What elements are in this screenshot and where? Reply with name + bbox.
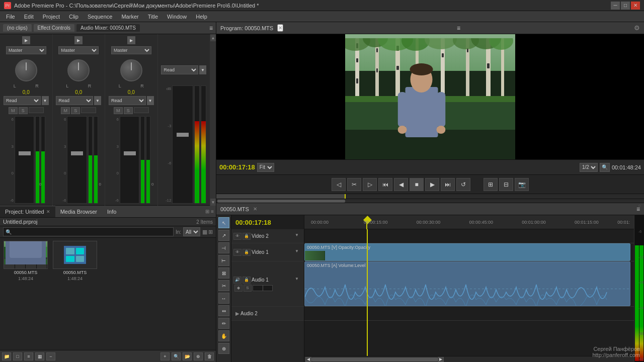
monitor-tab-close[interactable]: ✕ [277,24,283,32]
transport-prev-mark[interactable]: ⏮ [378,178,392,191]
menu-window[interactable]: Window [163,13,191,21]
tool-ripple[interactable]: ⊣ [218,242,229,253]
close-button[interactable]: ✕ [631,2,640,10]
channel1-fader-track[interactable] [15,116,34,204]
audio1-speaker-btn[interactable]: 🔊 [233,277,242,284]
channel2-knob[interactable] [67,59,90,81]
tool-razor[interactable]: ✂ [218,280,229,291]
pb-magnify[interactable]: ⊕ [194,352,203,360]
transport-cut[interactable]: ✂ [347,178,361,191]
channel2-fader-track[interactable] [67,116,87,204]
channel2-read-arrow[interactable]: ▼ [94,96,101,105]
transport-insert[interactable]: ⊞ [484,178,498,191]
project-panel-btn1[interactable]: ⊞ [205,209,209,214]
transport-snapshot[interactable]: 📷 [515,178,529,191]
menu-file[interactable]: File [2,13,19,21]
master-fader-knob[interactable] [177,133,189,137]
channel1-fader-knob[interactable] [19,151,31,155]
tl-scroll-left[interactable]: ◀ [305,357,311,362]
tool-select[interactable]: ↖ [218,217,229,228]
master-read-arrow[interactable]: ▼ [199,65,206,74]
channel2-read-select[interactable]: Read [56,96,93,105]
video2-eye-btn[interactable]: 👁 [233,233,242,240]
channel3-read-arrow[interactable]: ▼ [147,96,154,105]
monitor-settings-icon[interactable]: ⚙ [634,24,640,32]
transport-next-mark[interactable]: ⏭ [441,178,455,191]
tool-roll[interactable]: ⊢ [218,255,229,266]
monitor-timeline-playhead[interactable] [345,194,346,199]
menu-clip[interactable]: Clip [65,13,83,21]
search-input[interactable] [3,227,174,236]
channel1-m-btn[interactable]: M [9,107,18,114]
monitor-zoom-icon[interactable]: 🔍 [600,163,610,172]
channel2-master-select[interactable]: Master [58,46,99,54]
channel1-read-arrow[interactable]: ▼ [42,96,49,105]
channel3-m-btn[interactable]: M [114,107,123,114]
video1-lock-btn[interactable]: 🔒 [243,249,251,256]
mixer-scroll-thumb[interactable] [210,41,216,199]
project-tab-close[interactable]: ✕ [46,209,50,214]
channel3-s-btn[interactable]: S [124,107,133,114]
tl-scroll-right[interactable]: ▶ [438,357,444,362]
channel3-fader-track[interactable] [120,116,139,204]
channel2-play-btn[interactable]: ▶ [74,36,83,44]
tl-scrollbar-thumb[interactable] [311,357,438,361]
panel-menu-icon[interactable]: ≡ [209,25,213,32]
tab-project[interactable]: Project: Untitled ✕ [0,206,55,217]
tab-info[interactable]: Info [102,206,121,217]
master-read-select[interactable]: Read [161,65,198,74]
monitor-fit-select[interactable]: Fit [257,163,274,172]
mixer-scroll-up[interactable]: ▲ [210,34,216,41]
pb-icon[interactable]: ▦ [35,352,44,360]
channel3-read-select[interactable]: Read [109,96,146,105]
video1-eye-btn[interactable]: 👁 [233,249,242,256]
video2-toggle[interactable]: ▼ [295,233,302,240]
tab-effect-controls[interactable]: Effect Controls [34,24,74,32]
tab-audio-mixer[interactable]: Audio Mixer: 00050.MTS [76,24,140,32]
pb-list[interactable]: ≡ [24,352,33,360]
channel3-master-select[interactable]: Master [111,46,151,54]
video1-clip[interactable]: 00050.MTS [V] Opacity:Opacity [304,243,630,261]
transport-loop[interactable]: ↺ [456,178,470,191]
mixer-scroll-down[interactable]: ▼ [210,199,216,206]
tool-track-select[interactable]: ↗ [218,230,229,241]
audio1-lock-btn[interactable]: 🔒 [243,277,251,284]
monitor-timeline-progress[interactable] [216,194,345,199]
menu-sequence[interactable]: Sequence [84,13,117,21]
audio1-toggle[interactable]: ▼ [295,277,302,284]
tab-source[interactable]: (no clips) [3,24,32,32]
audio1-keyframe-btn[interactable]: ◆ [234,285,243,292]
pb-zoom-in[interactable]: + [160,352,170,360]
audio1-solo-btn[interactable]: S [244,285,252,292]
tool-pen[interactable]: ✏ [218,318,229,329]
pb-new-bin[interactable]: 📁 [2,352,11,360]
tool-slip[interactable]: ↔ [218,293,229,304]
video1-toggle[interactable]: ▼ [295,249,302,256]
transport-back-frame[interactable]: ◀ [394,178,408,191]
menu-title[interactable]: Title [144,13,162,21]
transport-overwrite[interactable]: ⊟ [499,178,513,191]
monitor-menu-icon[interactable]: ≡ [457,25,460,32]
tool-hand[interactable]: ✋ [218,330,229,341]
channel1-play-btn[interactable]: ▶ [22,36,30,44]
channel1-read-select[interactable]: Read [4,96,41,105]
menu-project[interactable]: Project [39,13,64,21]
transport-play[interactable]: ■ [410,178,424,191]
transport-forward-frame[interactable]: ▶ [425,178,439,191]
master-fader-track[interactable] [172,85,193,204]
clip-item-2[interactable]: 00050.MTS 1:48:24 [52,241,98,281]
video2-lock-btn[interactable]: 🔒 [243,233,251,240]
monitor-ratio-select[interactable]: 1/2 [580,163,598,172]
channel2-s-btn[interactable]: S [71,107,80,114]
channel1-knob[interactable] [15,59,37,81]
channel1-master-select[interactable]: Master [6,46,46,54]
audio1-clip[interactable]: 00050.MTS [A] Volume:Level [304,261,630,306]
menu-help[interactable]: Help [192,13,211,21]
tool-zoom[interactable]: ⊕ [218,343,229,354]
timeline-tab-close[interactable]: ✕ [253,206,257,212]
tool-slide[interactable]: ⇔ [218,305,229,316]
menu-edit[interactable]: Edit [20,13,38,21]
tool-rate-stretch[interactable]: ⊠ [218,267,229,279]
clip-item-1[interactable]: 00050.MTS 1:48:24 [3,241,48,281]
channel3-play-btn[interactable]: ▶ [127,36,135,44]
